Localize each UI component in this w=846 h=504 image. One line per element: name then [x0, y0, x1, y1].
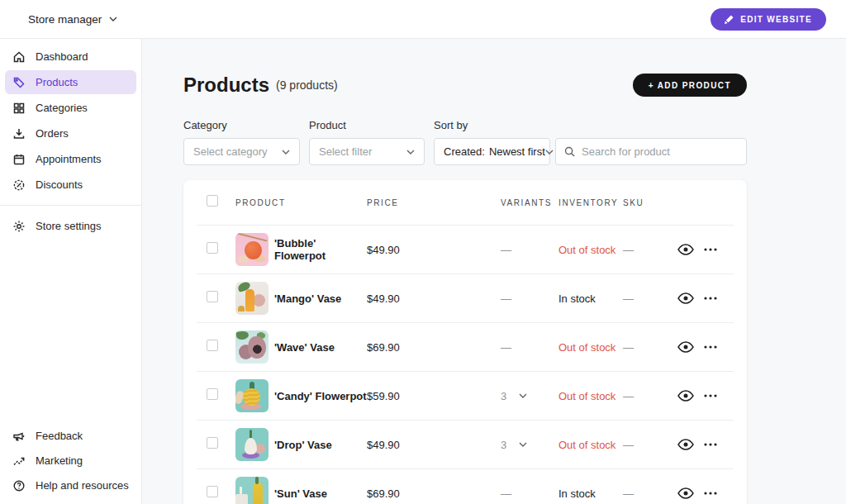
product-thumbnail: [235, 233, 269, 266]
preview-eye-icon[interactable]: [677, 390, 694, 402]
product-thumbnail: [235, 477, 269, 504]
inventory-status: Out of stock: [558, 439, 615, 451]
sidebar-item-dashboard[interactable]: Dashboard: [5, 45, 136, 69]
product-sku: —: [623, 244, 677, 256]
category-select[interactable]: Select category: [183, 138, 300, 165]
more-options-icon[interactable]: [704, 394, 717, 397]
column-header-price: PRICE: [367, 198, 501, 207]
variants-count: 3: [501, 439, 506, 451]
tag-icon: [12, 76, 26, 89]
edit-website-button[interactable]: EDIT WEBSITE: [711, 8, 826, 31]
workspace-label: Store manager: [28, 13, 102, 26]
search-box: [555, 138, 747, 165]
add-product-button[interactable]: + ADD PRODUCT: [633, 74, 747, 97]
chevron-down-icon: [406, 150, 415, 155]
column-header-inventory: INVENTORY: [558, 198, 623, 207]
sidebar-item-label: Marketing: [36, 454, 83, 467]
sidebar-item-label: Help and resources: [36, 479, 129, 492]
row-checkbox[interactable]: [207, 291, 218, 302]
sidebar-item-orders[interactable]: Orders: [5, 121, 136, 145]
sidebar-item-help[interactable]: Help and resources: [5, 473, 136, 497]
sidebar-divider: [0, 205, 141, 206]
more-options-icon[interactable]: [704, 248, 717, 251]
home-icon: [12, 50, 26, 64]
preview-eye-icon[interactable]: [677, 244, 694, 255]
select-all-checkbox[interactable]: [207, 195, 218, 207]
sort-by-label: Sort by: [434, 119, 550, 131]
row-checkbox[interactable]: [207, 340, 218, 351]
sidebar-item-categories[interactable]: Categories: [5, 96, 136, 120]
variants-expand-chevron-icon[interactable]: [519, 442, 527, 447]
preview-eye-icon[interactable]: [677, 439, 694, 450]
column-header-variants: VARIANTS: [501, 198, 558, 207]
product-filter-select[interactable]: Select filter: [309, 138, 425, 165]
more-options-icon[interactable]: [704, 443, 717, 446]
sort-prefix: Created:: [444, 145, 485, 158]
sidebar-item-label: Categories: [36, 102, 88, 114]
preview-eye-icon[interactable]: [677, 341, 694, 353]
row-checkbox[interactable]: [207, 242, 218, 254]
search-input[interactable]: [582, 145, 738, 158]
table-header-row: PRODUCT PRICE VARIANTS INVENTORY SKU: [197, 180, 734, 225]
product-sku: —: [623, 439, 677, 451]
table-row[interactable]: 'Bubble' Flowerpot $49.90 — Out of stock…: [197, 225, 734, 273]
category-filter-label: Category: [183, 119, 300, 131]
sidebar-item-discounts[interactable]: Discounts: [5, 173, 136, 197]
variants-expand-chevron-icon[interactable]: [519, 393, 527, 398]
table-row[interactable]: 'Wave' Vase $69.90 — Out of stock —: [197, 322, 734, 371]
preview-eye-icon[interactable]: [677, 292, 694, 304]
inventory-status: In stock: [558, 487, 596, 500]
more-options-icon[interactable]: [704, 345, 717, 349]
variants-value: —: [501, 487, 511, 500]
product-price: $69.90: [367, 487, 501, 500]
sort-select[interactable]: Created:Newest first: [434, 138, 550, 165]
more-options-icon[interactable]: [704, 492, 717, 495]
megaphone-icon: [12, 430, 26, 443]
more-options-icon[interactable]: [704, 297, 717, 300]
inventory-status: In stock: [558, 292, 596, 305]
table-row[interactable]: 'Drop' Vase $49.90 3 Out of stock —: [197, 420, 734, 468]
product-name: 'Candy' Flowerpot: [274, 390, 367, 402]
main-area: Products (9 products) + ADD PRODUCT Cate…: [142, 39, 846, 504]
product-thumbnail: [235, 282, 269, 315]
product-price: $49.90: [367, 244, 501, 256]
preview-eye-icon[interactable]: [677, 487, 694, 499]
discount-badge-icon: [12, 178, 26, 192]
row-checkbox[interactable]: [207, 437, 218, 449]
product-sku: —: [623, 341, 677, 354]
page-title: Products: [183, 74, 269, 97]
sidebar-item-feedback[interactable]: Feedback: [5, 424, 136, 448]
product-filter-label: Product: [309, 119, 425, 131]
row-checkbox[interactable]: [207, 388, 218, 400]
product-price: $49.90: [367, 292, 501, 305]
product-name: 'Wave' Vase: [274, 341, 335, 354]
calendar-icon: [12, 153, 26, 166]
sort-value: Newest first: [489, 145, 545, 158]
table-row[interactable]: 'Candy' Flowerpot $59.90 3 Out of stock …: [197, 371, 734, 420]
product-name: 'Mango' Vase: [274, 292, 341, 305]
inventory-status: Out of stock: [558, 341, 615, 354]
row-checkbox[interactable]: [207, 486, 218, 497]
pencil-icon: [725, 15, 734, 24]
product-thumbnail: [235, 428, 269, 461]
product-filter-placeholder: Select filter: [319, 145, 372, 158]
chevron-down-icon: [109, 17, 117, 21]
top-bar: Store manager EDIT WEBSITE: [0, 0, 846, 39]
column-header-sku: SKU: [623, 198, 677, 207]
products-table: PRODUCT PRICE VARIANTS INVENTORY SKU 'Bu…: [183, 180, 747, 504]
column-header-product: PRODUCT: [235, 198, 367, 207]
chevron-down-icon: [545, 150, 554, 155]
sidebar-item-label: Products: [36, 76, 78, 88]
sidebar-item-products[interactable]: Products: [5, 70, 136, 94]
table-row[interactable]: 'Sun' Vase $69.90 — In stock —: [197, 468, 734, 504]
sidebar-item-marketing[interactable]: Marketing: [5, 449, 136, 473]
workspace-switcher[interactable]: Store manager: [28, 13, 117, 26]
product-thumbnail: [235, 330, 269, 364]
sidebar-item-appointments[interactable]: Appointments: [5, 147, 136, 171]
product-price: $59.90: [367, 390, 501, 402]
edit-website-label: EDIT WEBSITE: [740, 15, 812, 24]
product-sku: —: [623, 292, 677, 305]
variants-value: —: [501, 244, 511, 256]
sidebar-item-store-settings[interactable]: Store settings: [5, 214, 136, 238]
table-row[interactable]: 'Mango' Vase $49.90 — In stock —: [197, 273, 734, 322]
